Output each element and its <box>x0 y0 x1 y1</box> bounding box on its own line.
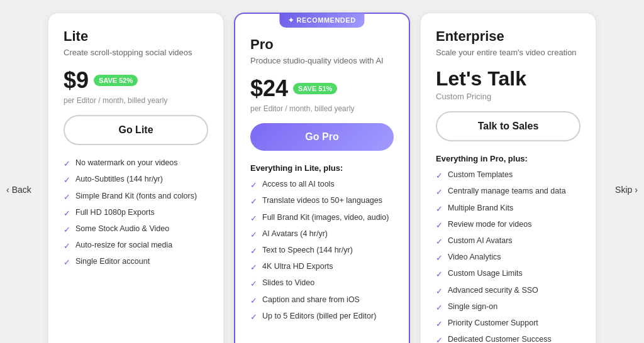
list-item: ✓Custom Usage Limits <box>436 268 580 280</box>
check-icon: ✓ <box>250 246 257 257</box>
check-icon: ✓ <box>250 278 257 290</box>
check-icon: ✓ <box>250 180 257 191</box>
cards-container: Lite Create scroll-stopping social video… <box>48 13 596 343</box>
check-icon: ✓ <box>436 170 443 182</box>
list-item: ✓Advanced security & SSO <box>436 285 580 297</box>
list-item: ✓Caption and share from iOS <box>250 295 394 307</box>
check-icon: ✓ <box>250 312 257 323</box>
enterprise-cta-button[interactable]: Talk to Sales <box>436 111 580 141</box>
check-icon: ✓ <box>64 241 70 252</box>
skip-label: Skip <box>615 185 632 195</box>
check-icon: ✓ <box>64 208 70 219</box>
back-label: Back <box>12 185 31 195</box>
pro-card: ✦ RECOMMENDED Pro Produce studio-quality… <box>234 13 410 343</box>
check-icon: ✓ <box>250 295 257 307</box>
list-item: ✓Simple Brand Kit (fonts and colors) <box>64 191 208 203</box>
enterprise-desc: Scale your entire team's video creation <box>436 47 580 58</box>
check-icon: ✓ <box>436 253 443 264</box>
list-item: ✓Auto-Subtitles (144 hr/yr) <box>64 174 208 186</box>
list-item: ✓Centrally manage teams and data <box>436 186 580 198</box>
list-item: ✓AI Avatars (4 hr/yr) <box>250 229 394 241</box>
check-icon: ✓ <box>64 224 70 236</box>
list-item: ✓Access to all AI tools <box>250 179 394 191</box>
lite-cta-button[interactable]: Go Lite <box>64 115 208 145</box>
list-item: ✓Slides to Video <box>250 278 394 290</box>
check-icon: ✓ <box>250 213 257 224</box>
check-icon: ✓ <box>64 158 70 170</box>
check-icon: ✓ <box>250 229 257 241</box>
check-icon: ✓ <box>250 196 257 207</box>
list-item: ✓4K Ultra HD Exports <box>250 261 394 273</box>
list-item: ✓Auto-resize for social media <box>64 240 208 252</box>
lite-title: Lite <box>64 28 208 45</box>
check-icon: ✓ <box>64 257 70 268</box>
lite-save-badge: SAVE 52% <box>94 75 138 86</box>
lite-feature-list: ✓No watermark on your videos ✓Auto-Subti… <box>64 158 208 268</box>
check-icon: ✓ <box>436 335 443 343</box>
list-item: ✓Dedicated Customer Success <box>436 334 580 343</box>
check-icon: ✓ <box>436 302 443 313</box>
list-item: ✓Translate videos to 50+ languages <box>250 195 394 207</box>
back-button[interactable]: ‹ Back <box>6 185 31 195</box>
check-icon: ✓ <box>436 236 443 248</box>
list-item: ✓Custom AI Avatars <box>436 236 580 248</box>
pro-cta-button[interactable]: Go Pro <box>250 123 394 151</box>
check-icon: ✓ <box>436 318 443 330</box>
list-item: ✓Up to 5 Editors (billed per Editor) <box>250 311 394 323</box>
list-item: ✓Priority Customer Support <box>436 318 580 330</box>
check-icon: ✓ <box>436 204 443 215</box>
recommended-badge: ✦ RECOMMENDED <box>279 13 364 28</box>
pricing-wrapper: ‹ Back Lite Create scroll-stopping socia… <box>0 0 644 343</box>
pro-price: $24 <box>250 75 288 102</box>
check-icon: ✓ <box>250 262 257 273</box>
list-item: ✓Video Analytics <box>436 252 580 264</box>
enterprise-price: Let's Talk <box>436 67 580 90</box>
check-icon: ✓ <box>436 269 443 280</box>
pro-save-badge: SAVE 51% <box>293 83 337 94</box>
list-item: ✓Multiple Brand Kits <box>436 203 580 215</box>
list-item: ✓Full Brand Kit (images, video, audio) <box>250 212 394 224</box>
list-item: ✓Text to Speech (144 hr/yr) <box>250 245 394 257</box>
list-item: ✓Full HD 1080p Exports <box>64 207 208 219</box>
pro-title: Pro <box>250 36 394 53</box>
check-icon: ✓ <box>436 286 443 297</box>
lite-price-period: per Editor / month, billed yearly <box>64 96 208 105</box>
pro-features-header: Everything in Lite, plus: <box>250 163 394 173</box>
enterprise-feature-list: ✓Custom Templates ✓Centrally manage team… <box>436 170 580 343</box>
pro-feature-list: ✓Access to all AI tools ✓Translate video… <box>250 179 394 323</box>
list-item: ✓Single sign-on <box>436 302 580 313</box>
list-item: ✓Review mode for videos <box>436 219 580 231</box>
check-icon: ✓ <box>436 187 443 198</box>
enterprise-card: Enterprise Scale your entire team's vide… <box>420 13 596 343</box>
pro-price-row: $24 SAVE 51% <box>250 75 394 102</box>
lite-price: $9 <box>64 67 89 94</box>
list-item: ✓Some Stock Audio & Video <box>64 224 208 236</box>
list-item: ✓Custom Templates <box>436 170 580 182</box>
skip-button[interactable]: Skip › <box>615 185 638 195</box>
pro-price-period: per Editor / month, billed yearly <box>250 104 394 113</box>
lite-desc: Create scroll-stopping social videos <box>64 47 208 58</box>
enterprise-features-header: Everything in Pro, plus: <box>436 154 580 163</box>
list-item: ✓Single Editor account <box>64 256 208 268</box>
lite-card: Lite Create scroll-stopping social video… <box>48 13 224 343</box>
pro-desc: Produce studio-quality videos with AI <box>250 55 394 67</box>
enterprise-custom-pricing: Custom Pricing <box>436 92 580 101</box>
check-icon: ✓ <box>64 192 70 203</box>
check-icon: ✓ <box>64 175 70 186</box>
enterprise-title: Enterprise <box>436 28 580 45</box>
lite-price-row: $9 SAVE 52% <box>64 67 208 94</box>
chevron-left-icon: ‹ <box>6 185 9 195</box>
check-icon: ✓ <box>436 220 443 231</box>
list-item: ✓No watermark on your videos <box>64 158 208 170</box>
chevron-right-icon: › <box>635 185 638 195</box>
